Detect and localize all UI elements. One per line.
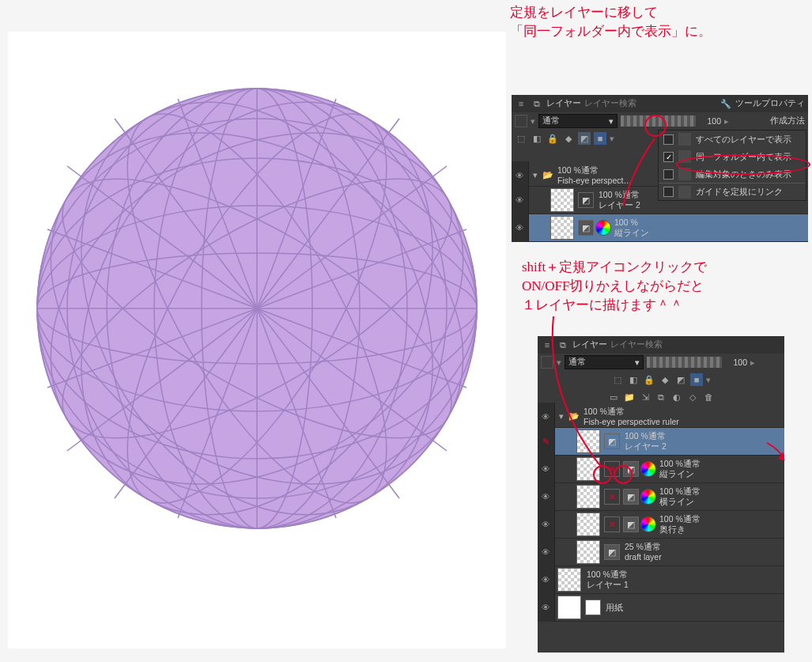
palette-icon — [640, 489, 656, 505]
eye-icon[interactable]: 👁 — [538, 594, 555, 622]
layer-thumb — [576, 429, 600, 453]
ruler-visibility-icon[interactable]: ◩ — [578, 132, 591, 145]
layer-opacity: 100 %通常 — [587, 569, 781, 580]
eye-icon[interactable]: 👁 — [538, 483, 555, 511]
layer-thumb — [550, 188, 574, 212]
eye-icon[interactable]: 👁 — [538, 403, 555, 430]
layer-row[interactable]: 👁 ✕ ◩ 100 %通常 横ライン — [538, 483, 784, 511]
menu-icon[interactable]: ≡ — [541, 339, 553, 351]
palette-icon — [640, 461, 656, 477]
new-layer-icon[interactable]: ▭ — [607, 391, 620, 403]
layers-search-tab[interactable]: レイヤー検索 — [584, 98, 636, 109]
eye-icon[interactable]: 👁 — [512, 187, 529, 214]
menu-item-samefolder[interactable]: 同一フォルダー内で表示 — [659, 148, 806, 165]
layer-thumb — [550, 216, 574, 240]
folder-icon: 📂 — [568, 410, 580, 423]
blendmode-select[interactable]: 通常▾ — [565, 355, 644, 369]
paper-name: 用紙 — [606, 603, 781, 613]
layer-row[interactable]: 👁 ✕ ◩ 100 %通常 縦ライン — [538, 456, 784, 483]
layer-row-paper[interactable]: 👁 用紙 — [538, 594, 784, 622]
layer-color-icon[interactable]: ■ — [594, 132, 606, 145]
layer-opacity: 100 %通常 — [659, 486, 781, 497]
eye-icon[interactable]: 👁 — [512, 214, 529, 242]
eye-icon[interactable]: 👁 — [538, 511, 555, 539]
ruler-thumb-icon[interactable]: ◩ — [578, 220, 594, 236]
layer-row[interactable]: 👁 ◩ 25 %通常 draft layer — [538, 539, 784, 566]
layer-name: 奥行き — [659, 524, 781, 535]
layer-thumb — [576, 513, 600, 536]
fisheye-sphere — [36, 87, 478, 530]
layer-name: レイヤー 1 — [587, 580, 781, 590]
layers-icon: ⧉ — [531, 97, 543, 110]
trash-icon[interactable]: 🗑 — [702, 391, 715, 403]
ruler-subthumb-icon[interactable]: ◩ — [623, 516, 639, 532]
menu-icon[interactable]: ≡ — [515, 97, 527, 110]
color-chip[interactable] — [515, 115, 527, 127]
ruler-thumb-icon[interactable]: ✕ — [604, 461, 620, 477]
eye-icon[interactable]: 👁 — [538, 566, 555, 594]
layers-tab[interactable]: レイヤー — [546, 98, 581, 109]
folder-row[interactable]: 👁 ▾ 📂 100 %通常 Fish-eye perspective ruler — [538, 406, 784, 428]
ref2-icon[interactable]: ◇ — [686, 391, 699, 403]
layer-panel-1: ≡ ⧉ レイヤー レイヤー検索 🔧 ツールプロパティ ▾ 通常▾ 100 ▸ 作… — [512, 95, 808, 239]
mask2-icon[interactable]: ◐ — [670, 391, 683, 403]
new-folder-icon[interactable]: 📁 — [623, 391, 636, 403]
checkbox[interactable] — [663, 169, 674, 180]
menu-label: 同一フォルダー内で表示 — [696, 151, 791, 163]
menu-label: ガイドを定規にリンク — [696, 186, 783, 198]
ruler-subthumb-icon[interactable]: ◩ — [623, 461, 639, 477]
ruler-subthumb-icon[interactable]: ◩ — [623, 489, 639, 505]
layer-name: 横ライン — [659, 497, 781, 507]
layer-row[interactable]: 👁 100 %通常 レイヤー 1 — [538, 566, 784, 594]
ref-icon[interactable]: ◆ — [562, 132, 575, 145]
layer-color-icon[interactable]: ■ — [690, 373, 703, 386]
checkbox[interactable] — [663, 187, 674, 197]
ruler-option-icon — [678, 186, 691, 199]
pencil-icon[interactable]: ✎ — [538, 428, 555, 456]
layer-row-selected[interactable]: 👁 ◩ 100 % 縦ライン — [512, 214, 808, 242]
checkbox[interactable] — [663, 134, 674, 145]
ruler-visibility-icon[interactable]: ◩ — [674, 373, 687, 386]
merge-icon[interactable]: ⧉ — [655, 391, 667, 403]
eye-icon[interactable]: 👁 — [538, 456, 555, 483]
checkbox-checked[interactable] — [663, 152, 674, 162]
draft-flag-icon[interactable]: ◩ — [604, 544, 620, 560]
menu-item-linkguide[interactable]: ガイドを定規にリンク — [659, 183, 806, 200]
blendmode-select[interactable]: 通常▾ — [538, 114, 617, 128]
transfer-icon[interactable]: ⇲ — [639, 391, 651, 403]
opacity-slider[interactable] — [647, 357, 722, 368]
layer-name: 縦ライン — [614, 228, 805, 238]
mask-icon[interactable]: ◧ — [531, 132, 543, 145]
layer-row[interactable]: 👁 ✕ ◩ 100 %通常 奥行き — [538, 511, 784, 539]
color-chip[interactable] — [541, 356, 553, 369]
layers-tab[interactable]: レイヤー — [572, 339, 607, 350]
layer-opacity: 100 % — [614, 218, 805, 228]
canvas-area[interactable] — [8, 32, 506, 649]
clip-icon[interactable]: ⬚ — [611, 373, 624, 386]
opacity-slider[interactable] — [621, 115, 696, 127]
lock-icon[interactable]: 🔒 — [643, 373, 655, 386]
lock-icon[interactable]: 🔒 — [546, 132, 559, 145]
layer-name: 縦ライン — [659, 469, 781, 479]
layers-search-tab[interactable]: レイヤー検索 — [610, 339, 663, 350]
ruler-thumb-icon[interactable]: ✕ — [604, 516, 620, 532]
layer-thumb — [557, 568, 581, 592]
layer-row-selected[interactable]: ✎ ◩ 100 %通常 レイヤー 2 — [538, 428, 784, 456]
ruler-option-icon — [678, 133, 691, 146]
mask-icon[interactable]: ◧ — [627, 373, 640, 386]
folder-icon: 📂 — [542, 169, 554, 182]
ruler-thumb-icon[interactable]: ✕ — [604, 489, 620, 505]
menu-item-editonly[interactable]: 編集対象のときのみ表示 — [659, 165, 806, 183]
ruler-thumb-icon[interactable]: ◩ — [578, 192, 594, 208]
ref-icon[interactable]: ◆ — [659, 373, 671, 386]
menu-label: 編集対象のときのみ表示 — [696, 168, 791, 180]
menu-item-all[interactable]: すべてのレイヤーで表示 — [659, 131, 806, 148]
menu-label: すべてのレイヤーで表示 — [696, 134, 791, 146]
toolprop-tab[interactable]: ツールプロパティ — [735, 98, 805, 109]
eye-icon[interactable]: 👁 — [538, 539, 555, 566]
ruler-thumb-icon[interactable]: ◩ — [604, 433, 620, 449]
clip-icon[interactable]: ⬚ — [515, 132, 527, 145]
folder-opacity: 100 %通常 — [584, 407, 781, 417]
ruler-visibility-menu: すべてのレイヤーで表示 同一フォルダー内で表示 編集対象のときのみ表示 ガイドを… — [658, 130, 806, 201]
eye-icon[interactable]: 👁 — [512, 161, 529, 189]
